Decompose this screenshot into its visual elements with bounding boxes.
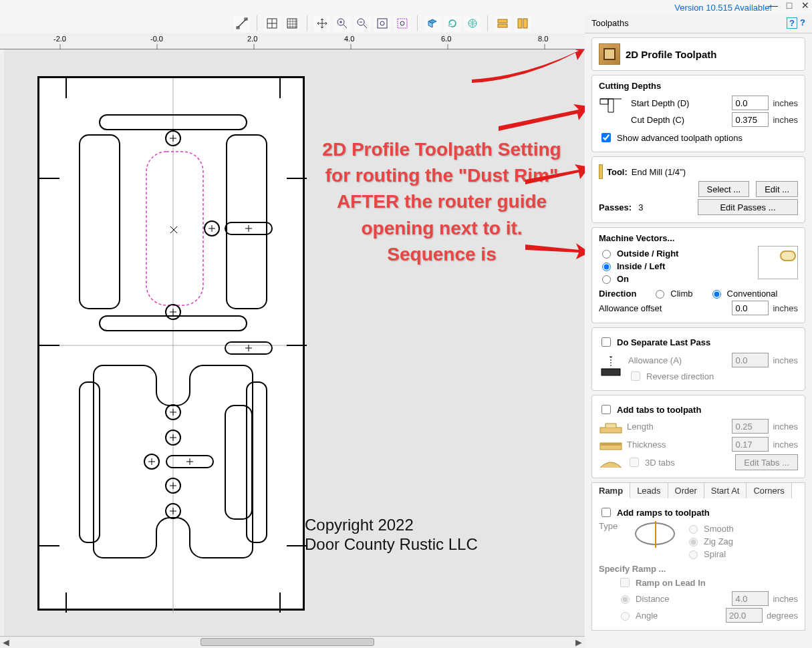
- copyright-text: Copyright 2022 Door County Rustic LLC: [305, 516, 478, 554]
- grid-icon[interactable]: [284, 15, 300, 31]
- zoom-select-icon[interactable]: [394, 15, 410, 31]
- main-toolbar: [234, 13, 531, 33]
- ramp-tabstrip: Ramp Leads Order Start At Corners: [591, 482, 805, 498]
- horizontal-scrollbar[interactable]: ◄ ►: [0, 636, 585, 648]
- tabs-3d-icon: [599, 454, 623, 470]
- tab-order[interactable]: Order: [668, 483, 704, 498]
- move-icon[interactable]: [314, 15, 330, 31]
- zoom-out-icon[interactable]: [354, 15, 370, 31]
- specify-ramp-label: Specify Ramp ...: [599, 564, 798, 574]
- svg-rect-22: [80, 135, 120, 309]
- tabs-thickness-unit: inches: [773, 440, 798, 450]
- last-pass-label: Do Separate Last Pass: [617, 337, 710, 347]
- passes-label: Passes:: [599, 202, 632, 212]
- outside-label: Outside / Right: [617, 249, 678, 259]
- cut-depth-input[interactable]: [732, 112, 769, 127]
- climb-radio[interactable]: [656, 290, 664, 299]
- outside-radio[interactable]: [602, 250, 611, 259]
- ramp-lead-in-label: Ramp on Lead In: [636, 578, 706, 588]
- svg-rect-14: [523, 19, 527, 28]
- svg-rect-32: [80, 382, 100, 542]
- profile-toolpath-icon: [599, 43, 620, 65]
- ramp-spiral-radio: [689, 550, 698, 559]
- view-3d-icon[interactable]: [424, 15, 440, 31]
- start-depth-input[interactable]: [732, 96, 769, 110]
- tabs-thickness-icon: [599, 436, 623, 452]
- allowance-offset-label: Allowance offset: [599, 303, 662, 313]
- add-tabs-label: Add tabs to toolpath: [617, 405, 701, 415]
- toolpath-title: 2D Profile Toolpath: [626, 49, 716, 60]
- last-pass-allowance-unit: inches: [773, 355, 798, 365]
- zoom-in-icon[interactable]: [334, 15, 350, 31]
- show-advanced-checkbox[interactable]: [601, 133, 611, 142]
- edit-tabs-button: Edit Tabs ...: [735, 454, 798, 470]
- canvas-view[interactable]: 2D Profile Toolpath Setting for routing …: [4, 49, 585, 648]
- tab-ramp[interactable]: Ramp: [592, 483, 630, 498]
- add-tabs-checkbox[interactable]: [601, 405, 611, 414]
- cut-depth-label: Cut Depth (C): [631, 115, 684, 125]
- svg-rect-44: [600, 443, 622, 446]
- view-refresh-icon[interactable]: [444, 15, 460, 31]
- depth-diagram-icon: [599, 94, 623, 118]
- tool-select-button[interactable]: Select ...: [698, 181, 750, 197]
- on-radio[interactable]: [602, 275, 611, 284]
- version-available-link[interactable]: Version 10.515 Available!: [674, 3, 772, 13]
- ramp-distance-unit: inches: [773, 594, 798, 604]
- allowance-offset-input[interactable]: [732, 301, 769, 315]
- scroll-right-button[interactable]: ►: [573, 637, 585, 648]
- panel-help2-icon[interactable]: ?: [800, 17, 805, 29]
- climb-label: Climb: [670, 289, 692, 299]
- ramp-lead-in-checkbox: [620, 578, 630, 587]
- close-button[interactable]: ✕: [799, 0, 812, 11]
- scroll-left-button[interactable]: ◄: [0, 637, 12, 648]
- layer-grid-icon[interactable]: [264, 15, 280, 31]
- tool-edit-button[interactable]: Edit ...: [756, 181, 798, 197]
- cutting-depths-section: Cutting Depths Start Depth (D) inches Cu…: [591, 75, 805, 152]
- direction-label: Direction: [599, 289, 636, 299]
- machine-vectors-label: Machine Vectors...: [599, 233, 798, 243]
- measure-icon[interactable]: [234, 15, 250, 31]
- panel-title-label: Toolpaths: [591, 18, 629, 28]
- svg-rect-41: [601, 369, 620, 375]
- svg-rect-33: [247, 382, 267, 542]
- ramp-angle-label: Angle: [636, 611, 658, 621]
- drawing-sheet: [37, 76, 305, 611]
- conventional-radio[interactable]: [712, 290, 721, 299]
- show-advanced-label: Show advanced toolpath options: [617, 133, 742, 143]
- edit-passes-button[interactable]: Edit Passes ...: [698, 199, 798, 215]
- panel-help-icon[interactable]: ?: [787, 17, 797, 29]
- reverse-direction-checkbox: [631, 371, 640, 381]
- tabs-length-label: Length: [627, 422, 654, 432]
- inside-radio[interactable]: [602, 263, 611, 271]
- last-pass-allowance-label: Allowance (A): [628, 355, 682, 365]
- tool-icon: [599, 164, 603, 179]
- ramp-zigzag-label: Zig Zag: [704, 536, 733, 546]
- zoom-fit-icon[interactable]: [374, 15, 390, 31]
- threed-tabs-label: 3D tabs: [645, 458, 675, 468]
- scroll-thumb[interactable]: [200, 638, 374, 646]
- tile-vertical-icon[interactable]: [515, 15, 531, 31]
- svg-rect-12: [498, 24, 507, 27]
- tile-horizontal-icon[interactable]: [495, 15, 511, 31]
- machine-vectors-diagram: [758, 246, 798, 279]
- start-depth-unit: inches: [773, 98, 798, 108]
- add-ramps-checkbox[interactable]: [601, 508, 611, 517]
- view-globe-icon[interactable]: [464, 15, 481, 31]
- tab-leads[interactable]: Leads: [630, 483, 668, 498]
- svg-rect-40: [225, 406, 252, 519]
- machine-vectors-section: Machine Vectors... Outside / Right Insid…: [591, 227, 805, 323]
- svg-rect-13: [518, 19, 522, 28]
- tab-corners[interactable]: Corners: [747, 483, 791, 498]
- svg-rect-6: [378, 19, 387, 28]
- on-label: On: [617, 274, 629, 284]
- ramp-angle-radio: [621, 612, 630, 621]
- tab-start-at[interactable]: Start At: [704, 483, 747, 498]
- maximize-button[interactable]: □: [783, 0, 796, 11]
- ramp-zigzag-radio: [689, 538, 698, 546]
- ramp-distance-label: Distance: [636, 594, 670, 604]
- tabs-length-icon: [599, 418, 623, 434]
- tool-section: Tool: End Mill (1/4") Select ... Edit ..…: [591, 156, 805, 223]
- last-pass-checkbox[interactable]: [601, 337, 611, 347]
- last-pass-allowance-input: [732, 353, 769, 367]
- minimize-button[interactable]: —: [767, 0, 780, 11]
